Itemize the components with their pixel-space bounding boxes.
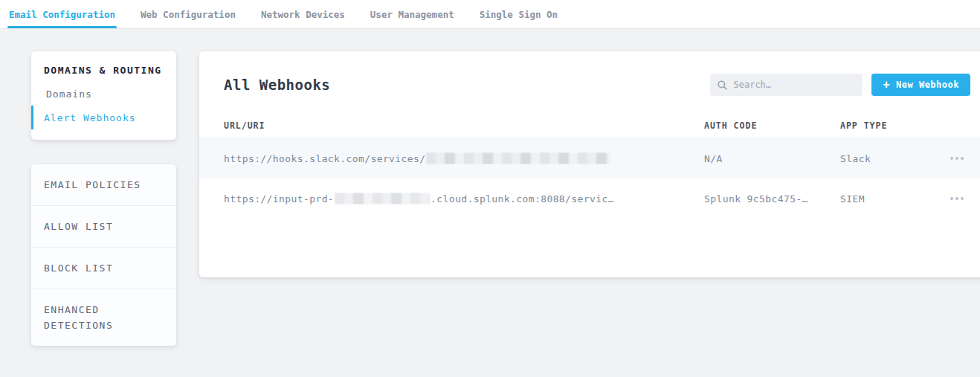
redacted-url-segment (335, 193, 430, 204)
auth-code-cell: N/A (704, 153, 840, 164)
row-menu-button[interactable] (950, 152, 970, 165)
webhooks-panel: All Webhooks + New Webhook URL/URI AUTH … (199, 51, 980, 277)
row-actions-cell (921, 152, 970, 165)
row-actions-cell (921, 192, 970, 205)
new-webhook-button[interactable]: + New Webhook (871, 74, 970, 96)
webhook-url-prefix: https://hooks.slack.com/services/ (224, 153, 425, 164)
table-row[interactable]: https://hooks.slack.com/services/ N/A Sl… (199, 138, 980, 178)
panel-header: All Webhooks + New Webhook (199, 74, 980, 96)
column-header-auth-code: AUTH CODE (704, 120, 840, 131)
header-actions: + New Webhook (710, 74, 970, 96)
row-menu-button[interactable] (950, 192, 970, 205)
tab-single-sign-on[interactable]: Single Sign On (478, 0, 559, 28)
domains-routing-title: DOMAINS & ROUTING (31, 65, 176, 76)
search-input[interactable] (733, 80, 855, 90)
redacted-url-segment (426, 152, 610, 164)
table-row[interactable]: https://input-prd- .cloud.splunk.com:808… (199, 178, 980, 219)
column-header-url: URL/URI (224, 120, 704, 131)
search-icon (718, 80, 727, 90)
tab-web-configuration[interactable]: Web Configuration (139, 0, 237, 28)
column-header-app-type: APP TYPE (840, 120, 921, 131)
webhook-url-cell: https://input-prd- .cloud.splunk.com:808… (224, 193, 704, 204)
app-type-cell: Slack (840, 153, 921, 164)
sidebar-item-email-policies[interactable]: EMAIL POLICIES (31, 164, 176, 206)
sidebar-item-alert-webhooks[interactable]: Alert Webhooks (31, 106, 176, 129)
tab-email-configuration[interactable]: Email Configuration (7, 0, 117, 28)
app-type-cell: SIEM (840, 193, 921, 204)
sidebar-item-enhanced-detections[interactable]: ENHANCED DETECTIONS (31, 289, 176, 346)
page-title: All Webhooks (224, 77, 330, 93)
tab-network-devices[interactable]: Network Devices (259, 0, 346, 28)
sidebar-sections-card: EMAIL POLICIES ALLOW LIST BLOCK LIST ENH… (31, 164, 176, 346)
table-header-row: URL/URI AUTH CODE APP TYPE (199, 114, 980, 138)
domains-routing-card: DOMAINS & ROUTING Domains Alert Webhooks (31, 51, 176, 140)
sidebar: DOMAINS & ROUTING Domains Alert Webhooks… (31, 51, 176, 346)
top-nav: Email Configuration Web Configuration Ne… (0, 0, 980, 29)
webhook-url-prefix: https://input-prd- (224, 193, 334, 204)
webhook-url-cell: https://hooks.slack.com/services/ (224, 152, 704, 164)
new-webhook-label: New Webhook (896, 80, 959, 90)
search-input-wrapper (710, 74, 863, 96)
webhook-url-suffix: .cloud.splunk.com:8088/servic… (431, 193, 614, 204)
sidebar-item-block-list[interactable]: BLOCK LIST (31, 248, 176, 289)
tab-user-management[interactable]: User Management (369, 0, 456, 28)
sidebar-item-allow-list[interactable]: ALLOW LIST (31, 206, 176, 248)
row-menu-icon (950, 157, 953, 160)
auth-code-cell: Splunk 9c5bc475-… (704, 193, 840, 204)
plus-icon: + (883, 78, 890, 91)
row-menu-icon (950, 197, 953, 200)
sidebar-item-domains[interactable]: Domains (31, 82, 176, 106)
page-body: DOMAINS & ROUTING Domains Alert Webhooks… (0, 29, 980, 346)
